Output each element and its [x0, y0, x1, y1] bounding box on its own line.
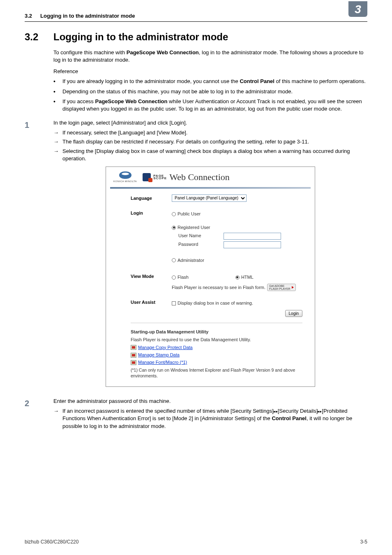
get-adobe-flash-button[interactable]: Get ADOBEFLASH PLAYER: [267, 284, 296, 291]
radio-icon: [172, 275, 176, 280]
substep: If an incorrect password is entered the …: [53, 407, 367, 430]
radio-icon: [235, 275, 240, 280]
step-substeps: If an incorrect password is entered the …: [53, 407, 367, 430]
screenshot-divider: [110, 187, 311, 189]
heading-title: Logging in to the administrator mode: [53, 30, 228, 44]
view-mode-label: View Mode: [131, 273, 172, 280]
html-radio[interactable]: HTML: [235, 274, 254, 280]
manage-font-macro-link[interactable]: Manage Font/Macro (*1): [138, 359, 187, 365]
starting-up-note: Flash Player is required to use the Data…: [131, 337, 302, 343]
substep: Selecting the [Display dialog box in cas…: [53, 148, 367, 162]
bullet-item: Depending on the status of this machine,…: [53, 88, 367, 95]
step-number: 1: [25, 119, 53, 395]
login-screenshot: KONICA MINOLTA PAGESCOPE Web Connection …: [106, 166, 315, 387]
reference-bullets: If you are already logging in to the adm…: [53, 78, 367, 113]
registered-user-text: Registered User: [178, 224, 210, 231]
intro-paragraph: To configure this machine with PageScope…: [53, 49, 367, 64]
radio-icon: [172, 226, 176, 230]
username-input[interactable]: [224, 233, 281, 240]
pagescope-big-text: Web Connection: [169, 171, 230, 184]
login-button[interactable]: Login: [285, 310, 302, 317]
public-user-radio[interactable]: Public User: [172, 211, 302, 217]
starting-up-title: Starting-up Data Management Utility: [131, 329, 302, 335]
footnote: (*1) Can only run on Windows Internet Ex…: [131, 367, 302, 379]
bullet-item: If you are already logging in to the adm…: [53, 78, 367, 85]
login-label: Login: [131, 209, 172, 216]
step-substeps: If necessary, select the [Language] and …: [53, 129, 367, 162]
flash-text: Flash: [178, 274, 189, 280]
adobe-text: Get ADOBEFLASH PLAYER: [269, 284, 291, 290]
arrow-icon: ▸▸: [318, 409, 322, 414]
page-footer: bizhub C360/C280/C220 3-5: [25, 539, 367, 546]
substep: The flash display can be restricted if n…: [53, 138, 367, 146]
flash-radio[interactable]: Flash: [172, 274, 189, 280]
manage-copy-protect-link[interactable]: Manage Copy Protect Data: [138, 345, 193, 351]
warning-dialog-checkbox[interactable]: Display dialog box in case of warning.: [172, 300, 302, 306]
flash-note-text: Flash Player is necessary to see in Flas…: [172, 284, 265, 291]
konica-minolta-icon: [119, 171, 131, 179]
page-header: 3.2 Logging in to the administrator mode…: [25, 12, 367, 22]
main-heading: 3.2 Logging in to the administrator mode: [25, 30, 367, 44]
pagescope-small-text: PAGESCOPE: [153, 175, 167, 180]
language-label: Language: [131, 194, 172, 201]
bullet-item: If you access PageScope Web Connection w…: [53, 98, 367, 113]
screenshot-header: KONICA MINOLTA PAGESCOPE Web Connection: [106, 167, 315, 187]
public-user-text: Public User: [178, 211, 201, 217]
adobe-play-icon: [292, 286, 294, 289]
password-label: Password: [178, 241, 224, 247]
footer-page-number: 3-5: [360, 539, 367, 546]
header-section-number: 3.2: [25, 12, 32, 20]
footer-model: bizhub C360/C280/C220: [25, 539, 78, 546]
reference-label: Reference: [53, 68, 367, 75]
heading-number: 3.2: [25, 30, 53, 44]
registered-user-radio[interactable]: Registered User: [172, 224, 302, 231]
user-assist-text: Display dialog box in case of warning.: [178, 300, 253, 306]
intro-bold: PageScope Web Connection: [127, 49, 199, 56]
user-assist-label: User Assist: [131, 298, 172, 305]
pagescope-logo: PAGESCOPE Web Connection: [143, 171, 230, 184]
radio-icon: [172, 212, 176, 216]
header-section-title: Logging in to the administrator mode: [40, 12, 348, 20]
utility-icon: [131, 360, 136, 365]
utility-icon: [131, 345, 136, 350]
radio-icon: [172, 258, 176, 262]
step-number: 2: [25, 398, 53, 432]
administrator-text: Administrator: [178, 257, 204, 264]
language-select[interactable]: Panel Language (Panel Language): [172, 194, 247, 202]
substep: If necessary, select the [Language] and …: [53, 129, 367, 136]
arrow-icon: ▸▸: [274, 409, 278, 414]
screenshot-separator: [131, 323, 302, 323]
username-label: User Name: [178, 233, 224, 239]
password-input[interactable]: [224, 241, 281, 248]
checkbox-icon: [172, 301, 176, 305]
html-text: HTML: [241, 274, 254, 280]
utility-icon: [131, 353, 136, 358]
step-2: 2 Enter the administrator password of th…: [25, 398, 367, 432]
intro-pre: To configure this machine with: [53, 49, 127, 56]
konica-minolta-logo: KONICA MINOLTA: [113, 171, 137, 183]
konica-minolta-text: KONICA MINOLTA: [113, 180, 137, 183]
manage-stamp-link[interactable]: Manage Stamp Data: [138, 352, 180, 358]
step-text: Enter the administrator password of this…: [53, 398, 367, 405]
step-1: 1 In the login page, select [Administrat…: [25, 119, 367, 395]
pagescope-icon: [143, 173, 151, 181]
administrator-radio[interactable]: Administrator: [172, 257, 302, 264]
step-text: In the login page, select [Administrator…: [53, 119, 367, 127]
chapter-badge: 3: [348, 1, 367, 17]
